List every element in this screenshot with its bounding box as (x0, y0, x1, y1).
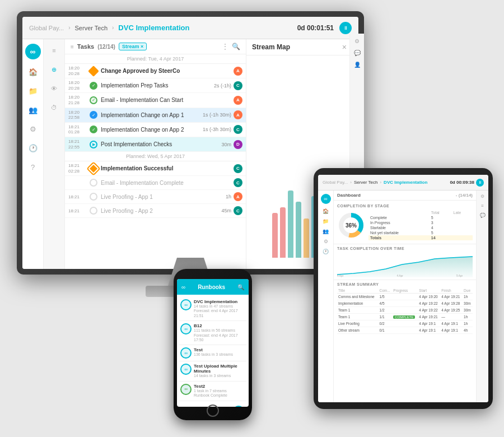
area-chart: 4 Apr 4 Apr 5 Apr (337, 252, 473, 277)
pause-button[interactable]: ⏸ (339, 22, 352, 34)
summary-prog-3 (392, 307, 418, 314)
stream-badge[interactable]: Stream × (119, 43, 147, 50)
left-icon-menu[interactable]: ≡ (48, 44, 61, 57)
task-icon-10 (88, 206, 99, 216)
table-row[interactable]: 18:2020:28 ✓ Implementation Prep Tasks 2… (65, 78, 246, 93)
list-item[interactable]: ∞ Test 136 tasks in 3 streams (179, 345, 246, 361)
summary-title-2: Implementation (337, 300, 379, 307)
summary-prog-4: COMPLETE (392, 314, 418, 320)
table-row[interactable]: 18:21 Live Proofing - App 1 1h A (65, 190, 246, 204)
phone-item-text-2: B12 111 tasks in 56 streamsForecast: end… (194, 323, 245, 342)
stream-map-header: Stream Map × ℹ (246, 39, 358, 55)
row-late-5 (452, 235, 473, 240)
tablet-sidebar-history[interactable]: 🕐 (323, 249, 329, 254)
list-item[interactable]: ∞ B12 111 tasks in 56 streamsForecast: e… (179, 321, 246, 345)
people-icon[interactable]: 👤 (354, 62, 359, 68)
tablet-pause-btn[interactable]: ⏸ (476, 179, 484, 187)
tablet-dashboard-subtitle: - (14/14) (456, 193, 473, 198)
row-late-1 (452, 215, 473, 220)
filter-icon[interactable]: ⚙ (354, 39, 358, 44)
table-row[interactable]: 18:2122:55 ▶ Post Implementation Checks … (65, 137, 246, 152)
phone-item-text-4: Test Upload Multiple Minutes 14 tasks in… (194, 364, 245, 378)
table-row[interactable]: Email - Implementation Complete C (65, 176, 246, 190)
table-row[interactable]: 18:2102:28 Implementation Successful C (65, 161, 246, 176)
sidebar-item-settings[interactable]: ⚙ (26, 122, 40, 136)
sidebar-item-help[interactable]: ? (26, 160, 40, 174)
tasks-more-icon[interactable]: ⋮ (222, 43, 228, 50)
stream-map-close-icon[interactable]: × (342, 43, 347, 52)
tasks-search-icon[interactable]: 🔍 (232, 43, 240, 50)
tablet-content: ∞ 🏠 📁 👥 ⚙ 🕐 Dashboard - (14/14) (318, 190, 488, 402)
sidebar-item-history[interactable]: 🕐 (26, 141, 40, 155)
left-icon-add[interactable]: ⊕ (48, 63, 61, 76)
diamond-icon (88, 66, 99, 77)
phone-item-icon-3: ∞ (180, 347, 192, 359)
svg-text:4 Apr: 4 Apr (396, 275, 403, 277)
table-row[interactable]: 18:21 Live Proofing - App 2 45m C (65, 204, 246, 218)
tablet-right-icon-1[interactable]: ⚙ (480, 194, 484, 199)
empty-circle-icon-2 (90, 193, 97, 201)
table-row[interactable]: 18:2020:28 Change Approved by SteerCo A (65, 64, 246, 78)
list-item[interactable]: ∞ Test Upload Multiple Minutes 14 tasks … (179, 361, 246, 381)
list-item: In Progress 3 (368, 220, 473, 225)
donut-percent: 36% (346, 222, 357, 229)
phone-item-icon-5: ∞ (180, 384, 192, 395)
phone-home-button[interactable] (207, 405, 219, 417)
timer-area: 0d 00:01:51 ⏸ (297, 22, 352, 34)
tablet-screen: Global Pay... › Server Tech › DVC Implem… (318, 175, 488, 402)
summary-com-3: 1/2 (379, 307, 393, 314)
monitor-timer: 0d 00:01:51 (297, 24, 334, 32)
summary-com-2: 4/5 (379, 300, 393, 307)
task-name-3: Email - Implementation Can Start (101, 97, 229, 103)
sidebar: ∞ 🏠 📁 👥 ⚙ 🕐 ? (22, 39, 44, 269)
tasks-label: Tasks (77, 43, 94, 50)
empty-circle-icon (90, 179, 97, 187)
tablet-bc2: Server Tech (354, 180, 378, 185)
breadcrumb-part1: Global Pay... (29, 25, 64, 31)
summary-table: Title Com... Progress Start Finish Due (337, 288, 473, 334)
tablet-sidebar-settings[interactable]: ⚙ (324, 239, 328, 244)
phone-title: Runbooks (198, 284, 225, 290)
table-row[interactable]: 18:2022:58 ✓ Implementation Change on Ap… (65, 108, 246, 123)
breadcrumb-sep1: › (68, 25, 70, 31)
task-avatar-9: A (234, 192, 242, 201)
sidebar-item-files[interactable]: 📁 (26, 84, 40, 97)
chat-icon[interactable]: 💬 (354, 50, 359, 56)
left-icon-view[interactable]: 👁 (48, 82, 61, 95)
tablet-sidebar-files[interactable]: 📁 (323, 218, 329, 224)
tablet-sidebar-users[interactable]: 👥 (323, 229, 329, 234)
phone-search-icon[interactable]: 🔍 (237, 284, 244, 290)
summary-prog-6 (392, 327, 418, 334)
task-avatar-10: C (234, 206, 242, 215)
planned-label-1: Planned: Tue, 4 Apr 2017 (65, 54, 246, 64)
summary-due-1: 1h (463, 294, 473, 300)
tablet-sidebar-home[interactable]: 🏠 (323, 208, 329, 214)
sidebar-item-users[interactable]: 👥 (26, 103, 40, 117)
chart-title: TASK COMPLETION OVER TIME (337, 247, 473, 250)
task-avatar-7: C (234, 164, 242, 173)
list-item[interactable]: ∞ Test2 1 task in 7 streamsRunbook Compl… (179, 382, 246, 401)
tablet-right-icon-2[interactable]: ≡ (481, 203, 484, 208)
summary-finish-6: 4 Apr 19:1 (440, 327, 463, 334)
task-icon-3: ✓ (88, 95, 99, 105)
scene: Global Pay... › Server Tech › DVC Implem… (0, 0, 504, 437)
list-item[interactable]: ∞ DVC Implementation 14 tasks in 47 stre… (179, 297, 246, 321)
tasks-count: (12/14) (97, 44, 115, 50)
list-item: Complete 5 (368, 215, 473, 220)
summary-start-3: 4 Apr 19:22 (418, 307, 440, 314)
summary-prog-2 (392, 300, 418, 307)
chart-section: TASK COMPLETION OVER TIME (334, 244, 476, 280)
summary-title-6: Other stream (337, 327, 379, 334)
tablet-dashboard-title: Dashboard (337, 193, 361, 198)
stream-badge-label: Stream × (122, 44, 143, 49)
table-row[interactable]: 18:2101:28 ✓ Implementation Change on Ap… (65, 123, 246, 137)
task-avatar-3: A (234, 96, 242, 105)
row-total-1: 5 (430, 215, 452, 220)
phone-item-desc-2: 111 tasks in 56 streamsForecast: end 4 A… (194, 328, 245, 342)
phone-item-name-5: Test2 (194, 384, 245, 389)
sidebar-item-home[interactable]: 🏠 (26, 65, 40, 78)
table-row[interactable]: 18:2021:28 ✓ Email - Implementation Can … (65, 93, 246, 108)
left-icon-time[interactable]: ⏱ (48, 101, 61, 114)
tablet-right-icon-3[interactable]: 💬 (480, 213, 486, 218)
row-total-3: 4 (430, 225, 452, 230)
